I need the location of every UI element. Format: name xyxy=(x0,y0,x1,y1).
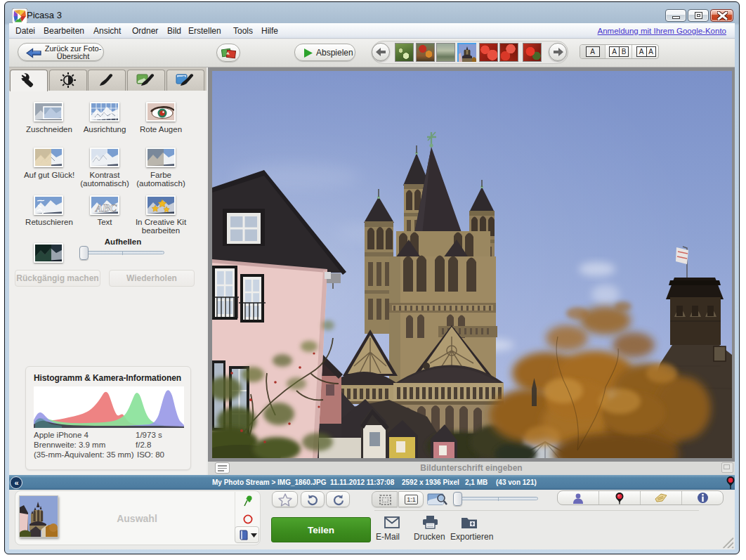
svg-text:ABC: ABC xyxy=(95,202,117,214)
